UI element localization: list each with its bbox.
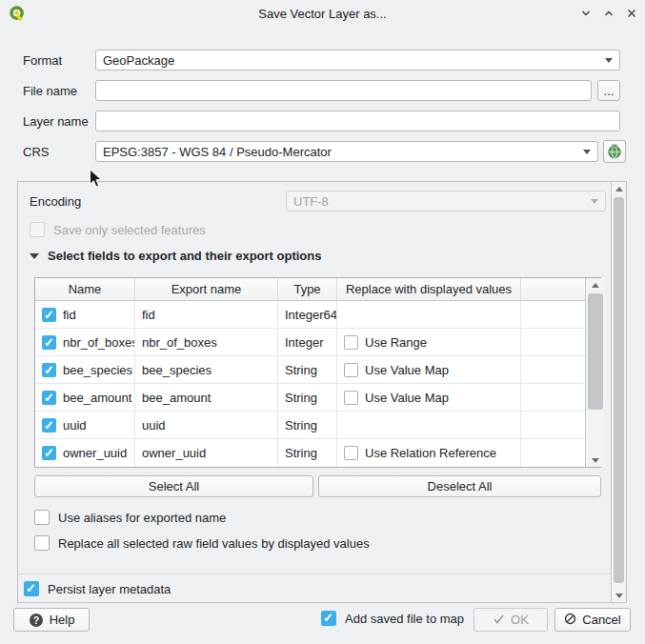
checkbox-box[interactable]: [34, 535, 50, 551]
checkbox-box[interactable]: [24, 581, 39, 596]
crs-value: EPSG:3857 - WGS 84 / Pseudo-Mercator: [103, 145, 332, 159]
type-cell: String: [278, 384, 337, 411]
help-icon: ?: [29, 613, 44, 628]
persist-metadata-label: Persist layer metadata: [48, 582, 171, 596]
table-vertical-scrollbar[interactable]: [585, 278, 605, 467]
dialog-vertical-scrollbar[interactable]: [611, 182, 626, 602]
field-checkbox[interactable]: [42, 391, 56, 405]
checkbox-box[interactable]: [321, 611, 336, 626]
replace-cell: Use Value Map: [337, 356, 521, 383]
field-name: uuid: [63, 418, 87, 433]
filler-cell: [521, 356, 585, 383]
scroll-down-icon[interactable]: [612, 589, 626, 602]
type-cell: String: [278, 356, 337, 383]
replace-option-label: Use Value Map: [365, 363, 449, 377]
replace-cell: [337, 301, 521, 328]
cancel-button-label: Cancel: [582, 613, 620, 627]
svg-text:?: ?: [32, 614, 38, 626]
table-row: bee_amount bee_amount String Use Value M…: [35, 384, 585, 412]
table-row: nbr_of_boxes nbr_of_boxes Integer Use Ra…: [35, 329, 585, 356]
help-button-label: Help: [50, 613, 75, 627]
save-only-selected-checkbox: Save only selected features: [30, 222, 206, 237]
crs-combobox[interactable]: EPSG:3857 - WGS 84 / Pseudo-Mercator: [95, 141, 598, 162]
field-name: fid: [63, 308, 76, 322]
close-icon[interactable]: [626, 8, 637, 19]
use-value-map-checkbox[interactable]: [344, 363, 358, 377]
filler-cell: [521, 412, 585, 438]
table-row: uuid uuid String: [35, 412, 585, 439]
scroll-up-icon[interactable]: [612, 182, 626, 195]
crs-picker-button[interactable]: [603, 140, 626, 163]
field-checkbox[interactable]: [42, 363, 56, 377]
window-title: Save Vector Layer as...: [0, 7, 645, 21]
export-name-cell[interactable]: bee_species: [135, 356, 278, 383]
export-name-cell[interactable]: owner_uuid: [135, 439, 278, 467]
replace-raw-values-checkbox[interactable]: Replace all selected raw field values by…: [34, 535, 370, 551]
field-checkbox[interactable]: [42, 335, 56, 350]
qgis-logo-icon: [10, 6, 26, 25]
encoding-combobox: UTF-8: [286, 191, 606, 211]
use-range-checkbox[interactable]: [344, 335, 358, 350]
table-row: owner_uuid owner_uuid String Use Relatio…: [35, 439, 585, 467]
scroll-up-icon[interactable]: [586, 278, 605, 292]
use-aliases-label: Use aliases for exported name: [58, 511, 226, 525]
export-name-cell[interactable]: fid: [135, 301, 278, 328]
field-name: bee_amount: [63, 391, 131, 405]
select-all-button[interactable]: Select All: [34, 475, 313, 497]
format-value: GeoPackage: [103, 53, 174, 68]
type-cell: Integer64: [278, 301, 337, 328]
export-name-cell[interactable]: uuid: [135, 412, 278, 438]
replace-cell: Use Range: [337, 329, 521, 355]
scrollbar-thumb[interactable]: [614, 197, 624, 583]
filler-cell: [521, 301, 585, 328]
add-saved-file-label: Add saved file to map: [345, 612, 464, 626]
field-checkbox[interactable]: [42, 308, 56, 322]
scrollbar-thumb[interactable]: [588, 293, 603, 410]
layer-name-input[interactable]: [95, 111, 620, 131]
replace-option-label: Use Relation Reference: [365, 446, 496, 460]
deselect-all-label: Deselect All: [428, 479, 493, 493]
filler-cell: [521, 384, 585, 411]
field-checkbox[interactable]: [42, 418, 56, 433]
field-checkbox[interactable]: [42, 446, 56, 460]
shade-icon[interactable]: [580, 8, 592, 19]
col-header-filler: [521, 278, 585, 300]
type-cell: Integer: [278, 329, 337, 355]
scroll-down-icon[interactable]: [586, 453, 605, 467]
export-name-cell[interactable]: bee_amount: [135, 384, 278, 411]
replace-raw-values-label: Replace all selected raw field values by…: [58, 536, 370, 551]
chevron-down-icon: [605, 58, 613, 63]
encoding-label: Encoding: [30, 191, 81, 211]
replace-cell: Use Relation Reference: [337, 439, 521, 467]
persist-metadata-checkbox[interactable]: Persist layer metadata: [24, 581, 171, 596]
browse-button-label: ...: [604, 84, 615, 98]
table-header-row: Name Export name Type Replace with displ…: [35, 278, 585, 301]
ok-button[interactable]: OK: [474, 608, 548, 632]
export-name-cell[interactable]: nbr_of_boxes: [135, 329, 278, 355]
filler-cell: [521, 439, 585, 467]
chevron-down-icon: [583, 150, 591, 154]
titlebar: Save Vector Layer as...: [0, 0, 645, 27]
col-header-name: Name: [35, 278, 135, 300]
file-name-input[interactable]: [95, 80, 592, 101]
col-header-type: Type: [278, 278, 337, 300]
use-aliases-checkbox[interactable]: Use aliases for exported name: [34, 510, 226, 525]
maximize-icon[interactable]: [603, 8, 615, 19]
fields-section-label: Select fields to export and their export…: [48, 249, 322, 263]
browse-button[interactable]: ...: [597, 80, 620, 101]
fields-section-header[interactable]: Select fields to export and their export…: [30, 249, 322, 263]
checkbox-box[interactable]: [34, 510, 50, 525]
use-value-map-checkbox[interactable]: [344, 391, 358, 405]
add-saved-file-checkbox[interactable]: Add saved file to map: [321, 611, 464, 626]
table-row: fid fid Integer64: [35, 301, 585, 329]
help-button[interactable]: ? Help: [13, 608, 90, 632]
format-combobox[interactable]: GeoPackage: [95, 50, 620, 70]
field-name: owner_uuid: [63, 446, 127, 460]
chevron-down-icon: [591, 199, 598, 204]
col-header-export-name: Export name: [135, 278, 278, 300]
encoding-value: UTF-8: [293, 194, 329, 209]
deselect-all-button[interactable]: Deselect All: [318, 475, 601, 497]
ok-check-icon: [493, 613, 505, 628]
cancel-button[interactable]: Cancel: [554, 608, 631, 632]
use-relation-reference-checkbox[interactable]: [344, 446, 358, 460]
